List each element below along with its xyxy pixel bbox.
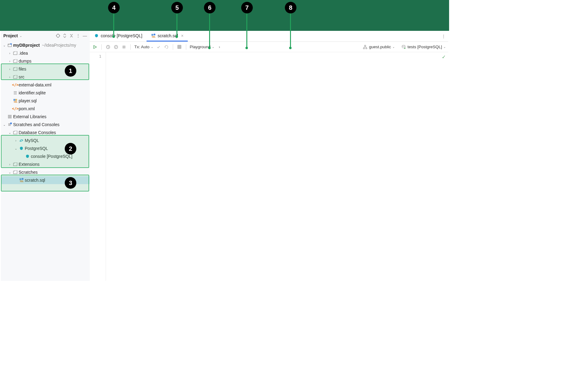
svg-point-33 (402, 45, 405, 46)
code-body[interactable] (106, 52, 448, 281)
callout-1: 1 (65, 65, 76, 77)
commit-icon[interactable] (156, 44, 161, 50)
tree-label: myDBproject (13, 43, 40, 48)
svg-text:SQL: SQL (20, 180, 24, 182)
tree-item-scratch-sql[interactable]: · SQL scratch.sql (1, 176, 90, 184)
schema-label: guest.public (369, 45, 391, 49)
tree-label: Scratches (19, 170, 38, 175)
line-number: 1 (90, 54, 101, 59)
sql-scratch-icon: SQL (151, 33, 156, 38)
tree-item-pom[interactable]: · </> pom.xml (1, 105, 90, 113)
tree-root[interactable]: ⌄ myDBproject ~/IdeaProjects/my (1, 41, 90, 49)
tree-label: .idea (19, 51, 28, 56)
tree-item-external-libs[interactable]: · External Libraries (1, 113, 90, 121)
datasource-selector[interactable]: tests [PostgreSQL] ⌄ (401, 44, 446, 50)
chevron-down-icon: ⌄ (443, 45, 446, 49)
tree-item-scratches[interactable]: ⌄ Scratches (1, 168, 90, 176)
folder-icon (13, 162, 18, 167)
settings-icon[interactable] (121, 44, 127, 50)
tab-console[interactable]: console [PostgreSQL] (90, 31, 147, 42)
tree-label: Database Consoles (19, 130, 56, 135)
chevron-down-icon[interactable]: ⌄ (20, 34, 22, 38)
svg-rect-14 (9, 115, 10, 118)
tree-label: console [PostgreSQL] (31, 154, 72, 159)
tree-item-postgres[interactable]: ⌄ PostgreSQL (1, 144, 90, 152)
tree-item-dumps[interactable]: › dumps (1, 57, 90, 65)
svg-point-19 (10, 122, 12, 124)
xml-icon: </> (13, 82, 18, 87)
chevron-right-icon[interactable]: › (217, 44, 222, 50)
mysql-icon (19, 138, 24, 143)
sql-file-icon: SQL (13, 98, 18, 103)
postgres-icon (94, 33, 99, 38)
tx-mode[interactable]: Tx: Auto ⌄ (134, 45, 153, 49)
tree-item-scratches-root[interactable]: ⌄ Scratches and Consoles (1, 121, 90, 129)
callout-8: 8 (285, 2, 296, 13)
tree-item-extensions[interactable]: › Extensions (1, 160, 90, 168)
tabs-more-icon[interactable]: ⋮ (439, 31, 448, 42)
tree-item-external-xml[interactable]: · </> external-data.xml (1, 81, 90, 89)
svg-text:SQL: SQL (14, 101, 17, 103)
tree-item-db-consoles[interactable]: ⌄ Database Consoles (1, 129, 90, 136)
library-icon (7, 114, 12, 119)
more-icon[interactable]: ⋮ (76, 33, 81, 38)
tree-item-src[interactable]: › src (1, 73, 90, 81)
svg-point-21 (22, 178, 24, 180)
xml-icon: </> (13, 106, 18, 111)
svg-text:P: P (115, 46, 117, 49)
tab-scratch[interactable]: SQL scratch.sql × (147, 31, 188, 42)
tree-item-files[interactable]: › files (1, 65, 90, 73)
history-icon[interactable] (105, 44, 111, 50)
tree-label: src (19, 75, 24, 79)
callout-4: 4 (108, 2, 120, 13)
tree-label: files (19, 67, 26, 71)
svg-rect-30 (365, 45, 366, 46)
query-mode[interactable]: Playground ⌄ (190, 45, 214, 49)
project-tree: ⌄ myDBproject ~/IdeaProjects/my › .idea … (1, 41, 90, 184)
svg-point-0 (56, 34, 60, 37)
chevron-down-icon: ⌄ (151, 45, 153, 49)
tree-label: MySQL (25, 138, 39, 143)
rollback-icon[interactable] (164, 44, 169, 50)
tree-item-player-sql[interactable]: · SQL player.sql (1, 97, 90, 105)
postgres-icon (19, 146, 24, 151)
annotation-background (0, 0, 449, 31)
locate-icon[interactable] (56, 33, 60, 38)
project-panel-title[interactable]: Project (3, 33, 18, 38)
project-icon (7, 43, 12, 48)
svg-rect-32 (366, 48, 367, 49)
explain-plan-icon[interactable]: P (113, 44, 119, 50)
expand-icon[interactable] (62, 33, 67, 38)
run-icon[interactable] (92, 44, 98, 50)
tree-label: external-data.xml (19, 82, 51, 87)
sql-scratch-icon: SQL (19, 178, 24, 183)
tree-label: scratch.sql (25, 178, 45, 183)
code-editor[interactable]: 1 ✓ (90, 52, 448, 281)
tree-item-identifier[interactable]: · identifier.sqlite (1, 89, 90, 97)
editor-tabs: console [PostgreSQL] SQL scratch.sql × ⋮ (90, 31, 448, 42)
folder-icon (13, 170, 18, 175)
tree-label: External Libraries (13, 114, 46, 119)
tree-item-idea[interactable]: › .idea (1, 49, 90, 57)
sqlite-icon (13, 90, 18, 95)
collapse-icon[interactable] (69, 33, 74, 38)
tree-item-console-pg[interactable]: · console [PostgreSQL] (1, 152, 90, 160)
tree-path: ~/IdeaProjects/my (42, 43, 76, 48)
svg-rect-15 (11, 115, 11, 118)
stop-icon[interactable] (177, 44, 182, 50)
tree-label: pom.xml (19, 106, 35, 111)
tree-label: PostgreSQL (25, 146, 48, 151)
svg-point-29 (123, 46, 125, 48)
close-icon[interactable]: × (180, 33, 183, 38)
svg-rect-31 (363, 48, 365, 49)
folder-icon (13, 67, 18, 71)
tree-item-mysql[interactable]: › MySQL (1, 136, 90, 144)
status-ok-icon[interactable]: ✓ (442, 54, 446, 60)
mode-label: Playground (190, 45, 211, 49)
minimize-icon[interactable]: — (82, 33, 87, 38)
svg-text:SQL: SQL (152, 36, 155, 38)
tree-label: player.sql (19, 98, 37, 103)
schema-selector[interactable]: guest.public ⌄ (362, 44, 395, 50)
tab-label: console [PostgreSQL] (101, 33, 142, 38)
gutter: 1 (90, 52, 106, 281)
